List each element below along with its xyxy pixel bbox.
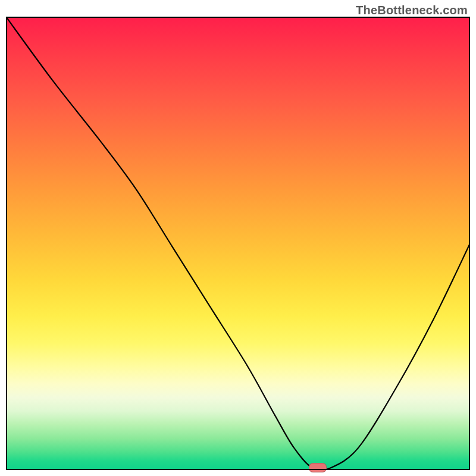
chart-frame bbox=[6, 17, 470, 470]
optimal-point-marker bbox=[309, 463, 327, 472]
watermark-text: TheBottleneck.com bbox=[356, 4, 468, 17]
chart-gradient-background bbox=[6, 17, 470, 470]
